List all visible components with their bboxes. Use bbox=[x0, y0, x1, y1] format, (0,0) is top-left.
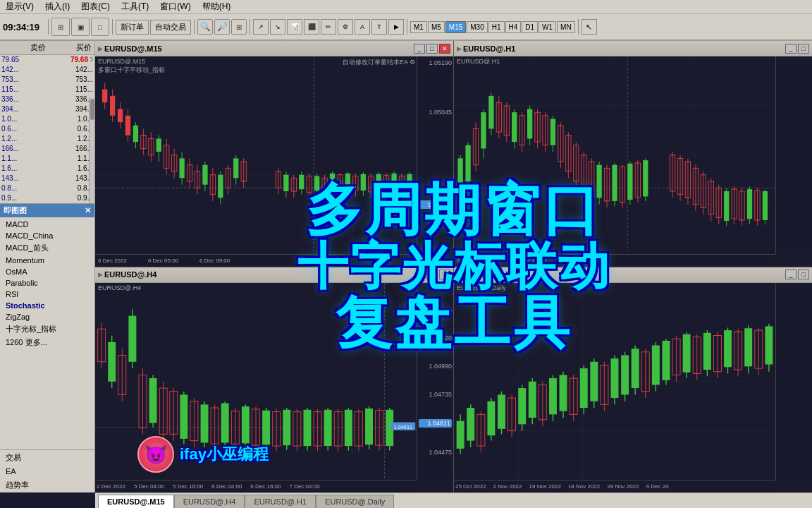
chart-daily-minimize[interactable]: _ bbox=[785, 270, 796, 279]
menu-item-help[interactable]: 帮助(H) bbox=[199, 1, 234, 13]
chart-h4[interactable]: ▶ EURUSD@.H4 _ □ EURUSD@.H4 bbox=[95, 267, 453, 493]
tb-icon-5[interactable]: ✏ bbox=[321, 19, 336, 35]
market-row-3[interactable]: 115...115... bbox=[0, 85, 94, 95]
svg-rect-219 bbox=[303, 409, 311, 445]
period-h1[interactable]: H1 bbox=[488, 21, 505, 33]
period-mn[interactable]: MN bbox=[557, 21, 575, 33]
market-row-14[interactable]: 0.9...0.9... bbox=[0, 193, 94, 203]
market-row-7[interactable]: 0.6...0.6... bbox=[0, 124, 94, 134]
chart-h1-maximize[interactable]: □ bbox=[798, 44, 809, 54]
chart-daily-maximize[interactable]: □ bbox=[798, 270, 809, 279]
indicator-macd-china[interactable]: MACD_China bbox=[0, 230, 94, 241]
market-row-12[interactable]: 143...143... bbox=[0, 174, 94, 183]
tb-icon-6[interactable]: ⚙ bbox=[338, 19, 353, 35]
svg-rect-46 bbox=[233, 158, 238, 178]
period-m15[interactable]: M15 bbox=[445, 21, 466, 33]
chart-m15-body[interactable]: EURUSD@.M15 多窗口十字平移动_指标 自动修改订单量结本EA ⚙ bbox=[95, 56, 453, 267]
sidebar: 卖价 买价 79.65 79.68 3 142...142... 753...7… bbox=[0, 41, 95, 492]
chart-daily-titlebar: ▶ EURUSD@.Daily _ □ bbox=[454, 267, 812, 283]
tab-daily[interactable]: EURUSD@.Daily bbox=[316, 495, 394, 508]
period-m1[interactable]: M1 bbox=[410, 21, 427, 33]
indicator-stochastic[interactable]: Stochastic bbox=[0, 300, 94, 311]
period-w1[interactable]: W1 bbox=[539, 21, 556, 33]
auto-trade-button[interactable]: 自动交易 bbox=[150, 20, 191, 35]
market-row-1[interactable]: 142...142... bbox=[0, 65, 94, 75]
period-h4[interactable]: H4 bbox=[505, 21, 522, 33]
tab-m15[interactable]: EURUSD@.M15 bbox=[98, 495, 174, 508]
footer-ea[interactable]: EA bbox=[0, 465, 94, 478]
period-d1[interactable]: D1 bbox=[522, 21, 538, 33]
indicator-more[interactable]: 1260 更多... bbox=[0, 336, 94, 349]
chart-m15-maximize[interactable]: □ bbox=[426, 44, 438, 54]
menu-item-chart[interactable]: 图表(C) bbox=[78, 1, 113, 13]
market-row-0[interactable]: 79.65 79.68 3 bbox=[0, 55, 94, 65]
tb-icon-8[interactable]: T bbox=[371, 19, 387, 35]
menu-item-tools[interactable]: 工具(T) bbox=[118, 1, 152, 13]
chart-h4-minimize[interactable]: _ bbox=[426, 270, 438, 279]
indicator-macd[interactable]: MACD bbox=[0, 219, 94, 230]
tb-btn-2[interactable]: ▣ bbox=[71, 18, 90, 36]
zoom-in-btn[interactable]: 🔍 bbox=[197, 19, 213, 35]
chart-h4-body[interactable]: EURUSD@.H4 bbox=[95, 283, 453, 493]
tb-icon-3[interactable]: 📊 bbox=[287, 19, 302, 35]
market-row-2[interactable]: 753...753... bbox=[0, 75, 94, 85]
zoom-out-btn[interactable]: 🔎 bbox=[214, 19, 230, 35]
market-row-5[interactable]: 394...394... bbox=[0, 104, 94, 114]
indicator-momentum[interactable]: Momentum bbox=[0, 255, 94, 266]
svg-rect-189 bbox=[149, 378, 157, 423]
menu-item-insert[interactable]: 插入(I) bbox=[42, 1, 73, 13]
svg-rect-56 bbox=[299, 175, 304, 189]
svg-rect-227 bbox=[345, 409, 352, 445]
chart-daily[interactable]: ▶ EURUSD@.Daily _ □ EURUSD@.Daily bbox=[454, 267, 812, 493]
menu-item-window[interactable]: 窗口(W) bbox=[157, 1, 193, 13]
indicator-rsi[interactable]: RSI bbox=[0, 289, 94, 300]
indicator-osma[interactable]: OsMA bbox=[0, 266, 94, 277]
chart-h1-body[interactable]: EURUSD@.H1 bbox=[454, 56, 812, 267]
cursor-icon[interactable]: ↖ bbox=[582, 19, 597, 35]
market-row-10[interactable]: 1.1...1.1... bbox=[0, 154, 94, 164]
svg-rect-181 bbox=[108, 341, 116, 381]
market-row-8[interactable]: 1.2...1.2... bbox=[0, 134, 94, 144]
chart-h4-maximize[interactable]: □ bbox=[439, 270, 450, 279]
chart-daily-price-axis bbox=[775, 283, 812, 480]
chart-m15[interactable]: ▶ EURUSD@.M15 _ □ ✕ EURUSD@.M15 多窗口十字平移动… bbox=[95, 41, 453, 267]
footer-trade[interactable]: 交易 bbox=[0, 450, 94, 465]
section-close-icon[interactable]: ✕ bbox=[85, 206, 91, 215]
svg-rect-108 bbox=[512, 112, 517, 142]
indicator-crosshair[interactable]: 十字光标_指标 bbox=[0, 322, 94, 336]
menu-item-view[interactable]: 显示(V) bbox=[3, 1, 37, 13]
tab-h4[interactable]: EURUSD@.H4 bbox=[174, 495, 245, 508]
indicator-parabolic[interactable]: Parabolic bbox=[0, 277, 94, 289]
chart-grid-btn[interactable]: ⊞ bbox=[231, 19, 247, 35]
svg-rect-138 bbox=[627, 164, 632, 200]
svg-rect-118 bbox=[550, 119, 555, 145]
market-row-11[interactable]: 1.6...1.6... bbox=[0, 164, 94, 174]
tab-h1[interactable]: EURUSD@.H1 bbox=[245, 495, 316, 508]
time-display: 09:34:19 bbox=[3, 22, 45, 32]
chart-h1-minimize[interactable]: _ bbox=[785, 44, 796, 54]
footer-trend[interactable]: 趋势率 bbox=[0, 478, 94, 492]
chart-h1[interactable]: ▶ EURUSD@.H1 _ □ EURUSD@.H1 bbox=[454, 41, 812, 267]
tb-icon-1[interactable]: ↗ bbox=[253, 19, 269, 35]
sidebar-scrollbar[interactable] bbox=[89, 97, 94, 203]
chart-daily-body[interactable]: EURUSD@.Daily bbox=[454, 283, 812, 493]
period-m30[interactable]: M30 bbox=[467, 21, 487, 33]
chart-m15-close[interactable]: ✕ bbox=[439, 44, 450, 54]
new-order-button[interactable]: 新订单 bbox=[116, 20, 149, 35]
indicator-zigzag[interactable]: ZigZag bbox=[0, 311, 94, 322]
chart-m15-minimize[interactable]: _ bbox=[414, 44, 425, 54]
indicator-macd-arrow[interactable]: MACD_前头 bbox=[0, 241, 94, 255]
period-m5[interactable]: M5 bbox=[428, 21, 445, 33]
tb-icon-9[interactable]: ▶ bbox=[388, 19, 404, 35]
tb-icon-7[interactable]: A bbox=[355, 19, 370, 35]
market-row-9[interactable]: 166...166... bbox=[0, 144, 94, 154]
tb-icon-2[interactable]: ↘ bbox=[270, 19, 285, 35]
chart-m15-time-axis: 6 Dec 2022 6 Dec 05:00 6 Dec 09:00 bbox=[95, 254, 417, 267]
market-row-4[interactable]: 336...336... bbox=[0, 95, 94, 104]
tb-btn-3[interactable]: □ bbox=[91, 18, 109, 36]
tb-icon-4[interactable]: ⬛ bbox=[304, 19, 319, 35]
market-row-13[interactable]: 0.8...0.8... bbox=[0, 183, 94, 193]
market-row-6[interactable]: 1.0...1.0... bbox=[0, 114, 94, 124]
svg-rect-286 bbox=[662, 340, 670, 380]
tb-btn-1[interactable]: ⊞ bbox=[51, 18, 70, 36]
